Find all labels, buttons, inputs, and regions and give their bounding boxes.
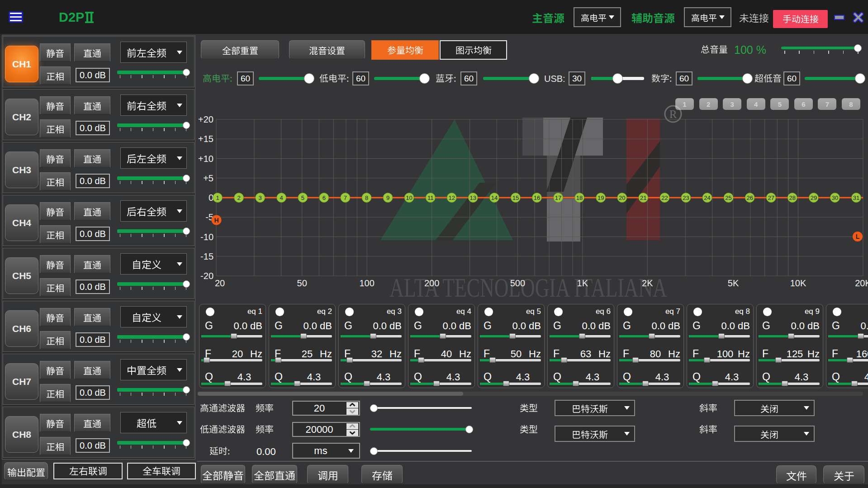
svg-text:3: 3 [258,194,261,201]
svg-text:10K: 10K [790,278,806,288]
svg-text:16: 16 [534,194,540,201]
svg-text:24: 24 [704,194,710,201]
svg-text:18: 18 [576,194,583,201]
svg-text:1: 1 [216,194,219,201]
svg-text:50: 50 [297,278,307,288]
svg-text:200: 200 [424,278,439,288]
svg-text:26: 26 [746,194,753,201]
svg-text:17: 17 [555,194,561,201]
svg-text:L: L [856,233,860,240]
svg-text:4: 4 [280,194,283,201]
svg-text:500: 500 [510,278,525,288]
svg-text:27: 27 [768,194,774,201]
svg-text:10: 10 [406,194,412,201]
svg-text:-10: -10 [200,232,213,242]
svg-text:28: 28 [789,194,796,201]
svg-text:-15: -15 [200,251,213,261]
svg-text:-20: -20 [200,271,213,281]
svg-text:11: 11 [427,194,434,201]
svg-text:15: 15 [512,194,519,201]
svg-text:20: 20 [215,278,225,288]
svg-text:20: 20 [619,194,625,201]
svg-text:20K: 20K [855,278,868,288]
svg-text:25: 25 [725,194,731,201]
svg-text:+10: +10 [198,154,213,164]
svg-text:6: 6 [323,194,326,201]
svg-text:1K: 1K [577,278,588,288]
svg-text:7: 7 [344,194,347,201]
svg-text:30: 30 [832,194,838,201]
svg-text:22: 22 [661,194,668,201]
svg-text:5: 5 [301,194,304,201]
svg-text:H: H [214,217,218,224]
svg-text:+5: +5 [203,173,213,183]
svg-text:13: 13 [470,194,476,201]
svg-text:5K: 5K [728,278,739,288]
svg-text:+15: +15 [198,134,213,144]
svg-text:29: 29 [811,194,817,201]
svg-text:8: 8 [365,194,368,201]
svg-text:14: 14 [491,194,498,201]
svg-text:21: 21 [640,194,646,201]
svg-text:31: 31 [853,194,859,201]
svg-text:19: 19 [598,194,604,201]
svg-text:9: 9 [386,194,389,201]
svg-text:2: 2 [237,194,240,201]
svg-text:100: 100 [360,278,375,288]
svg-text:R: R [669,108,677,120]
svg-text:+20: +20 [198,114,213,124]
svg-text:12: 12 [448,194,455,201]
svg-text:23: 23 [683,194,689,201]
svg-text:2K: 2K [642,278,653,288]
